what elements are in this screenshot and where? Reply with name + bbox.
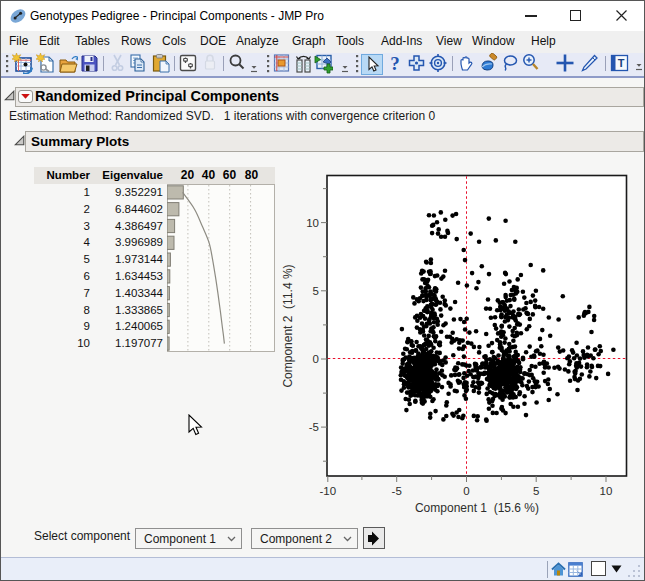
svg-text:-5: -5 [309, 421, 319, 433]
svg-text:T: T [618, 57, 625, 69]
svg-text:0: 0 [463, 485, 469, 497]
svg-text:0: 0 [313, 353, 319, 365]
svg-text:10: 10 [600, 485, 613, 497]
svg-text:?: ? [390, 53, 400, 73]
svg-text:5: 5 [313, 285, 319, 297]
svg-text:Component 2 (11.4 %): Component 2 (11.4 %) [281, 264, 295, 387]
svg-text:-5: -5 [392, 485, 402, 497]
svg-text:Component 1 (15.6 %): Component 1 (15.6 %) [415, 501, 539, 515]
svg-text:5: 5 [533, 485, 539, 497]
svg-text:10: 10 [306, 217, 319, 229]
svg-text:-10: -10 [319, 485, 336, 497]
